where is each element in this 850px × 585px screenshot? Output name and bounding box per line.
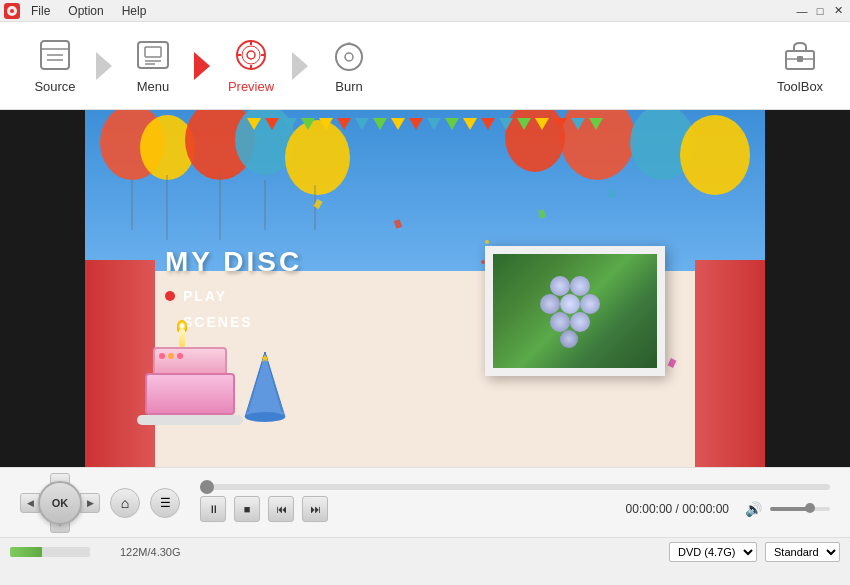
svg-point-14 bbox=[345, 53, 353, 61]
menu-label: Menu bbox=[137, 79, 170, 94]
disc-title: MY DISC bbox=[165, 246, 302, 278]
svg-point-11 bbox=[247, 51, 255, 59]
birthday-cake bbox=[145, 347, 235, 417]
toolbox-tab[interactable]: ToolBox bbox=[760, 26, 840, 106]
home-button[interactable]: ⌂ bbox=[110, 488, 140, 518]
menu-help[interactable]: Help bbox=[119, 3, 150, 19]
menu-option[interactable]: Option bbox=[65, 3, 106, 19]
nav-right-button[interactable]: ▶ bbox=[80, 493, 100, 513]
prev-button[interactable]: ⏮ bbox=[268, 496, 294, 522]
disc-type-dropdown[interactable]: DVD (4.7G) bbox=[669, 542, 757, 562]
next-button[interactable]: ⏭ bbox=[302, 496, 328, 522]
burn-icon bbox=[331, 37, 367, 73]
svg-point-27 bbox=[245, 412, 285, 422]
menu-bar: File Option Help bbox=[28, 3, 149, 19]
menu-tab[interactable]: Menu bbox=[108, 26, 198, 106]
playback-controls: ⏸ ■ ⏮ ⏭ 00:00:00 / 00:00:00 🔊 bbox=[200, 484, 830, 522]
minimize-button[interactable]: — bbox=[794, 3, 810, 19]
stop-button[interactable]: ■ bbox=[234, 496, 260, 522]
photo-inner bbox=[493, 254, 657, 368]
burn-tab[interactable]: Burn bbox=[304, 26, 394, 106]
status-options: DVD (4.7G) Standard bbox=[669, 542, 840, 562]
source-tab[interactable]: Source bbox=[10, 26, 100, 106]
file-size-label: 122M/4.30G bbox=[120, 546, 181, 558]
app-icon bbox=[4, 3, 20, 19]
burn-label: Burn bbox=[335, 79, 362, 94]
candle bbox=[179, 329, 185, 347]
seek-thumb[interactable] bbox=[200, 480, 214, 494]
main-toolbar: Source Menu bbox=[0, 22, 850, 110]
menu-overlay: MY DISC PLAY SCENES bbox=[165, 246, 302, 330]
svg-point-10 bbox=[237, 41, 265, 69]
menu-play: PLAY bbox=[165, 288, 302, 304]
svg-rect-7 bbox=[145, 47, 161, 57]
encode-progress bbox=[10, 547, 90, 557]
svg-point-12 bbox=[242, 46, 260, 64]
maximize-button[interactable]: □ bbox=[812, 3, 828, 19]
preview-label: Preview bbox=[228, 79, 274, 94]
toolbox-icon bbox=[782, 37, 818, 73]
title-bar: File Option Help — □ ✕ bbox=[0, 0, 850, 22]
playback-buttons: ⏸ ■ ⏮ ⏭ 00:00:00 / 00:00:00 🔊 bbox=[200, 496, 830, 522]
controls-bar: ▲ ◀ OK ▶ ▼ ⌂ ☰ ⏸ ■ ⏮ ⏭ 00:00:00 / 00:00:… bbox=[0, 467, 850, 537]
svg-rect-17 bbox=[797, 56, 803, 62]
volume-slider[interactable] bbox=[770, 507, 830, 511]
list-button[interactable]: ☰ bbox=[150, 488, 180, 518]
svg-point-1 bbox=[10, 9, 14, 13]
quality-dropdown[interactable]: Standard bbox=[765, 542, 840, 562]
party-hat bbox=[240, 352, 290, 422]
volume-icon: 🔊 bbox=[745, 501, 762, 517]
party-banner bbox=[247, 118, 603, 130]
source-label: Source bbox=[34, 79, 75, 94]
status-bar: 122M/4.30G DVD (4.7G) Standard bbox=[0, 537, 850, 565]
nav-left-button[interactable]: ◀ bbox=[20, 493, 40, 513]
menu-file[interactable]: File bbox=[28, 3, 53, 19]
window-controls: — □ ✕ bbox=[794, 3, 846, 19]
navigation-pad: ▲ ◀ OK ▶ ▼ bbox=[20, 473, 100, 533]
cake-bottom-layer bbox=[145, 373, 235, 415]
svg-marker-23 bbox=[245, 352, 285, 417]
nav-tabs: Source Menu bbox=[10, 26, 760, 106]
play-dot bbox=[165, 291, 175, 301]
cake-top-layer bbox=[153, 347, 227, 375]
title-bar-left: File Option Help bbox=[4, 3, 149, 19]
ok-button[interactable]: OK bbox=[38, 481, 82, 525]
preview-area: MY DISC PLAY SCENES bbox=[0, 110, 850, 467]
preview-icon bbox=[233, 37, 269, 73]
menu-scenes: SCENES bbox=[183, 314, 302, 330]
svg-point-13 bbox=[336, 44, 362, 70]
menu-icon bbox=[135, 37, 171, 73]
encode-progress-fill bbox=[10, 547, 42, 557]
seek-bar[interactable] bbox=[200, 484, 830, 490]
source-icon bbox=[37, 37, 73, 73]
preview-canvas: MY DISC PLAY SCENES bbox=[0, 110, 850, 467]
toolbox-label: ToolBox bbox=[777, 79, 823, 94]
pause-button[interactable]: ⏸ bbox=[200, 496, 226, 522]
preview-tab[interactable]: Preview bbox=[206, 26, 296, 106]
photo-frame bbox=[485, 246, 665, 376]
time-display: 00:00:00 / 00:00:00 bbox=[346, 502, 729, 516]
close-button[interactable]: ✕ bbox=[830, 3, 846, 19]
scene-content: MY DISC PLAY SCENES bbox=[85, 110, 765, 467]
